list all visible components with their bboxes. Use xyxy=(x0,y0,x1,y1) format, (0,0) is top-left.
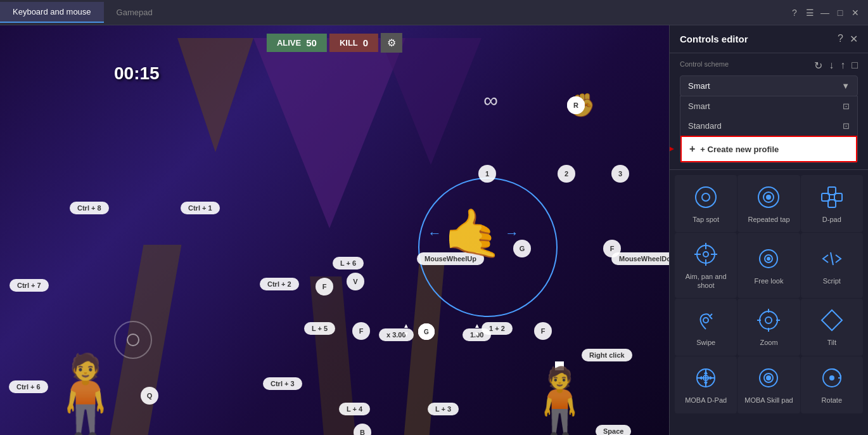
key-ctrl2[interactable]: Ctrl + 2 xyxy=(260,278,299,290)
title-bar-icons: ? ☰ — □ ✕ xyxy=(789,8,868,18)
control-scheme-section: Control scheme ↻ ↓ ↑ □ Smart ▼ Smart ⊡ xyxy=(670,53,868,170)
create-new-profile-button[interactable]: + + Create new profile xyxy=(680,136,857,162)
key-ctrl7[interactable]: Ctrl + 7 xyxy=(10,279,49,292)
character-left: 🧍 xyxy=(38,356,133,432)
panel-close-icon[interactable]: ✕ xyxy=(850,33,858,45)
profile-standard[interactable]: Standard ⊡ xyxy=(680,116,857,136)
key-right-click[interactable]: Right click xyxy=(582,349,632,361)
profile-smart-icon: ⊡ xyxy=(843,101,850,111)
tap-spot-label: Tap spot xyxy=(692,215,719,224)
control-rotate[interactable]: Rotate xyxy=(801,356,863,413)
create-profile-container: + + Create new profile xyxy=(680,136,857,162)
script-icon xyxy=(818,245,846,273)
control-tap-spot[interactable]: Tap spot xyxy=(675,175,737,232)
svg-point-22 xyxy=(765,317,772,323)
repeated-tap-label: Repeated tap xyxy=(748,215,789,224)
key-circle-2[interactable]: 2 xyxy=(558,165,575,183)
svg-point-21 xyxy=(760,311,777,329)
control-aim-pan-shoot[interactable]: Aim, pan and shoot xyxy=(675,233,737,298)
hud-bar: ALIVE 50 KILL 0 ⚙ xyxy=(267,33,402,53)
key-f4[interactable]: F xyxy=(534,322,552,340)
key-mousewheel-down[interactable]: MouseWheelDown xyxy=(611,252,669,265)
svg-marker-0 xyxy=(669,136,674,162)
tab-keyboard[interactable]: Keyboard and mouse xyxy=(0,2,104,23)
tab-gamepad[interactable]: Gamepad xyxy=(104,3,165,22)
panel-title: Controls editor xyxy=(680,34,748,44)
right-panel: Controls editor ? ✕ Control scheme ↻ ↓ ↑… xyxy=(669,25,868,435)
moba-dpad-icon xyxy=(692,364,720,392)
control-moba-skill[interactable]: MOBA Skill pad xyxy=(737,356,800,413)
key-ctrl3[interactable]: Ctrl + 3 xyxy=(263,377,302,390)
title-bar: Keyboard and mouse Gamepad ? ☰ — □ ✕ xyxy=(0,0,868,25)
key-l3[interactable]: L + 3 xyxy=(428,403,459,415)
key-circle-3[interactable]: 3 xyxy=(611,165,629,183)
script-label: Script xyxy=(823,276,841,285)
panel-help-icon[interactable]: ? xyxy=(838,33,843,45)
profile-list: Smart ⊡ Standard ⊡ + + Create new profil… xyxy=(680,96,858,163)
control-d-pad[interactable]: D-pad xyxy=(801,175,863,232)
repeated-tap-icon xyxy=(755,183,782,211)
key-f3[interactable]: F xyxy=(352,322,370,340)
key-1plus2[interactable]: 1 + 2 xyxy=(482,322,513,335)
create-profile-label: + Create new profile xyxy=(700,145,779,154)
svg-point-36 xyxy=(830,376,834,380)
rotate-icon xyxy=(818,364,846,392)
key-l4[interactable]: L + 4 xyxy=(339,403,370,415)
hud-alive: ALIVE 50 xyxy=(267,34,327,52)
control-repeated-tap[interactable]: Repeated tap xyxy=(737,175,800,232)
moba-dpad-label: MOBA D-Pad xyxy=(685,396,727,405)
zoom-icon xyxy=(755,306,782,334)
scheme-label: Control scheme xyxy=(680,60,729,68)
key-g3[interactable]: G xyxy=(418,323,435,340)
key-q[interactable]: Q xyxy=(141,387,158,405)
game-area: ALIVE 50 KILL 0 ⚙ 00:15 ∞ 1 R ✊ ← → xyxy=(0,25,669,435)
hud-kill: KILL 0 xyxy=(329,34,378,52)
key-l5[interactable]: L + 5 xyxy=(304,322,335,335)
scheme-export-icon[interactable]: ↑ xyxy=(840,60,845,72)
key-circle-1a[interactable]: 1 xyxy=(478,165,496,183)
key-g1[interactable]: G xyxy=(513,240,531,257)
key-ctrl1[interactable]: Ctrl + 1 xyxy=(181,202,220,214)
control-zoom[interactable]: Zoom xyxy=(737,299,800,356)
svg-point-15 xyxy=(703,252,708,257)
menu-icon[interactable]: ☰ xyxy=(805,8,815,18)
key-v[interactable]: V xyxy=(347,273,364,290)
scheme-dropdown[interactable]: Smart ▼ xyxy=(680,75,858,96)
tilt-label: Tilt xyxy=(827,338,836,347)
help-icon[interactable]: ? xyxy=(789,8,800,18)
close-icon[interactable]: ✕ xyxy=(850,8,860,18)
character-right: 🧍 xyxy=(520,368,599,432)
hud-settings[interactable]: ⚙ xyxy=(381,33,402,53)
profile-smart[interactable]: Smart ⊡ xyxy=(680,96,857,116)
key-space[interactable]: Space xyxy=(596,425,631,435)
hand-gesture: ← → 🤙 xyxy=(444,206,503,262)
key-r-circle[interactable]: R xyxy=(567,96,585,114)
timer: 00:15 xyxy=(114,63,160,84)
scheme-refresh-icon[interactable]: ↻ xyxy=(814,60,822,72)
control-tilt[interactable]: Tilt xyxy=(801,299,863,356)
scheme-import-icon[interactable]: ↓ xyxy=(829,60,834,72)
key-l6[interactable]: L + 6 xyxy=(333,257,364,269)
moba-skill-label: MOBA Skill pad xyxy=(744,396,793,405)
control-swipe[interactable]: Swipe xyxy=(675,299,737,356)
maximize-icon[interactable]: □ xyxy=(835,8,845,18)
svg-point-5 xyxy=(767,195,770,199)
svg-line-19 xyxy=(831,252,833,265)
red-arrow-indicator xyxy=(669,136,674,162)
control-script[interactable]: Script xyxy=(801,233,863,298)
aim-pan-shoot-label: Aim, pan and shoot xyxy=(680,272,732,290)
profile-standard-icon: ⊡ xyxy=(843,121,850,131)
svg-point-18 xyxy=(767,257,770,260)
swipe-icon xyxy=(692,306,720,334)
minimize-icon[interactable]: — xyxy=(820,8,830,18)
controls-grid: Tap spot Repeated tap xyxy=(670,170,868,419)
swipe-label: Swipe xyxy=(696,338,715,347)
control-moba-dpad[interactable]: MOBA D-Pad xyxy=(675,356,737,413)
control-free-look[interactable]: Free look xyxy=(737,233,800,298)
scheme-layout-icon[interactable]: □ xyxy=(852,60,858,72)
key-f1[interactable]: F xyxy=(316,278,333,295)
aim-pan-shoot-icon xyxy=(692,240,720,268)
key-ctrl8[interactable]: Ctrl + 8 xyxy=(70,202,109,214)
moba-skill-icon xyxy=(755,364,782,392)
tilt-icon xyxy=(818,306,846,334)
